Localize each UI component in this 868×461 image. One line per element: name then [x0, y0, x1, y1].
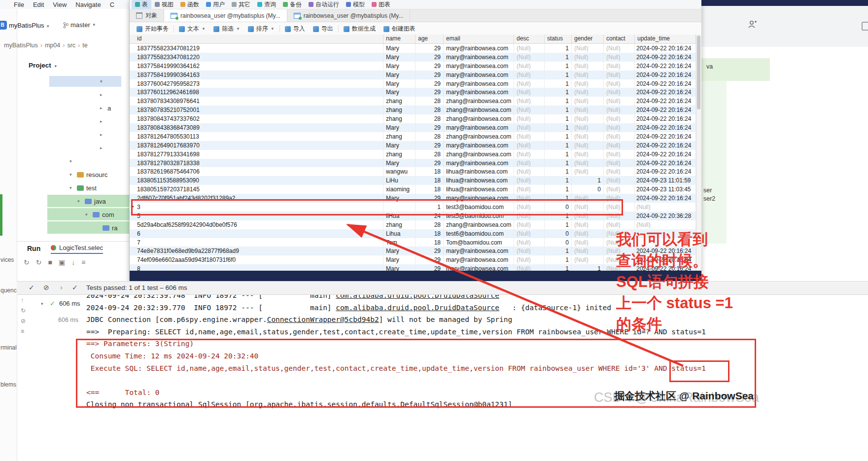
- table-cell[interactable]: 1837812647805530113: [130, 132, 383, 141]
- table-cell[interactable]: mary@rainbowsea.com: [444, 53, 514, 62]
- project-selector[interactable]: myBatisPlus ▼: [9, 22, 50, 29]
- table-cell[interactable]: zhang@rainbowsea.com: [444, 132, 514, 141]
- table-cell[interactable]: (Null): [514, 185, 545, 194]
- table-cell[interactable]: 2024-09-22 20:16:24: [635, 150, 696, 159]
- table-cell[interactable]: (Null): [514, 123, 545, 132]
- table-cell[interactable]: (Null): [572, 167, 604, 176]
- db-toolbar-3[interactable]: 排序▼: [244, 25, 278, 33]
- table-cell[interactable]: 28: [416, 114, 444, 123]
- scrollbar-thumb[interactable]: [697, 35, 700, 109]
- table-cell[interactable]: 1: [545, 53, 572, 62]
- table-cell[interactable]: (Null): [514, 62, 545, 71]
- rerun-icon[interactable]: ↻: [24, 258, 30, 266]
- table-row[interactable]: 1837755823347081219Mary29mary@rainbowsea…: [130, 44, 696, 53]
- table-row[interactable]: 7Tom18Tom@baomidou.com(Null)0(Null)(Null…: [130, 238, 696, 247]
- camera-icon[interactable]: ▣: [59, 258, 65, 266]
- table-cell[interactable]: (Null): [514, 88, 545, 97]
- table-row[interactable]: 1837758419990364163Mary29mary@rainbowsea…: [130, 71, 696, 79]
- chevron-down-icon[interactable]: ▾: [85, 212, 90, 217]
- db-menu-5[interactable]: 查询: [254, 0, 279, 9]
- table-cell[interactable]: 18: [416, 167, 444, 176]
- table-cell[interactable]: (Null): [572, 132, 604, 141]
- table-cell[interactable]: (Null): [572, 97, 604, 106]
- column-header-desc[interactable]: desc: [514, 35, 545, 43]
- tree-item-5[interactable]: ▸: [100, 142, 105, 153]
- menu-file[interactable]: File: [14, 1, 24, 8]
- table-cell[interactable]: (Null): [572, 123, 604, 132]
- show-ignored-icon[interactable]: ⊘: [43, 284, 49, 291]
- column-header-id[interactable]: id: [130, 35, 383, 43]
- table-cell[interactable]: 29: [416, 79, 444, 88]
- table-cell[interactable]: zhang@rainbowsea.com: [444, 150, 514, 159]
- table-cell[interactable]: (Null): [514, 159, 545, 168]
- table-cell[interactable]: (Null): [514, 132, 545, 141]
- table-cell[interactable]: (Null): [604, 159, 635, 168]
- table-cell[interactable]: 1837758419990364163: [130, 71, 383, 79]
- table-cell[interactable]: 2024-09-22 20:16:24: [635, 167, 696, 176]
- table-cell[interactable]: 2024-09-22 20:16:24: [635, 44, 696, 53]
- table-cell[interactable]: (Null): [604, 53, 635, 62]
- tree-item-com[interactable]: ▾com: [85, 209, 114, 220]
- db-toolbar-0[interactable]: 开始事务: [133, 25, 173, 33]
- table-cell[interactable]: 1837812649017683970: [130, 141, 383, 150]
- table-cell[interactable]: 2024-09-22 20:36:28: [635, 212, 696, 220]
- table-cell[interactable]: (Null): [514, 53, 545, 62]
- table-cell[interactable]: 2024-09-22 20:16:24: [635, 88, 696, 97]
- db-toolbar-4[interactable]: 导入: [281, 25, 309, 33]
- table-cell[interactable]: 2024-09-22 20:16:24: [635, 141, 696, 150]
- table-cell[interactable]: 28: [416, 150, 444, 159]
- table-cell[interactable]: 2024-09-22 20:16:24: [635, 194, 696, 203]
- table-cell[interactable]: Mary: [383, 88, 416, 97]
- table-cell[interactable]: test6@baomidou.com: [444, 229, 514, 238]
- table-cell[interactable]: 0: [545, 229, 572, 238]
- table-cell[interactable]: Mary: [383, 79, 416, 88]
- table-cell[interactable]: Mary: [383, 247, 416, 255]
- table-cell[interactable]: 1: [545, 114, 572, 123]
- rerun-failed-icon[interactable]: ↻: [36, 258, 42, 266]
- table-cell[interactable]: 29: [416, 53, 444, 62]
- table-cell[interactable]: Mary: [383, 123, 416, 132]
- chevron-down-icon[interactable]: ▾: [69, 159, 74, 164]
- table-cell[interactable]: 2024-09-22 20:16:24: [635, 71, 696, 79]
- table-row[interactable]: 1837755823347081220Mary29mary@rainbowsea…: [130, 53, 696, 62]
- table-cell[interactable]: 29: [416, 247, 444, 255]
- chevron-down-icon[interactable]: ▾: [69, 172, 74, 177]
- table-cell[interactable]: 1: [545, 44, 572, 53]
- column-header-name[interactable]: name: [383, 35, 416, 43]
- table-cell[interactable]: 1837760042795958273: [130, 79, 383, 88]
- table-cell[interactable]: lihua@rainbowsea.com: [444, 185, 514, 194]
- table-cell[interactable]: 2024-09-23 11:03:45: [635, 185, 696, 194]
- table-row[interactable]: 1837812780328718338Mary29mary@rainbowsea…: [130, 159, 696, 168]
- table-cell[interactable]: mary@rainbowsea.com: [444, 71, 514, 79]
- table-cell[interactable]: 1: [545, 159, 572, 168]
- table-cell[interactable]: zhang: [383, 97, 416, 106]
- table-cell[interactable]: 1837808438368473089: [130, 123, 383, 132]
- table-cell[interactable]: (Null): [604, 167, 635, 176]
- table-cell[interactable]: zhang: [383, 132, 416, 141]
- db-menu-3[interactable]: 用户: [203, 0, 228, 9]
- table-cell[interactable]: 29: [416, 159, 444, 168]
- ignore-icon[interactable]: ⊘: [21, 318, 26, 324]
- chevron-right-icon[interactable]: ▸: [100, 92, 105, 97]
- table-cell[interactable]: (Null): [604, 71, 635, 79]
- table-cell[interactable]: mary@rainbowsea.com: [444, 62, 514, 71]
- table-cell[interactable]: 0: [545, 238, 572, 247]
- table-cell[interactable]: zhang: [383, 150, 416, 159]
- table-cell[interactable]: 1: [545, 150, 572, 159]
- table-cell[interactable]: 1: [545, 62, 572, 71]
- db-toolbar-2[interactable]: 筛选▼: [209, 25, 244, 33]
- table-cell[interactable]: (Null): [514, 141, 545, 150]
- breadcrumb-test[interactable]: te: [82, 42, 87, 49]
- db-menu-7[interactable]: 自动运行: [305, 0, 343, 9]
- table-cell[interactable]: (Null): [572, 79, 604, 88]
- table-cell[interactable]: 1837812780328718338: [130, 159, 383, 168]
- table-cell[interactable]: Tom: [383, 238, 416, 247]
- table-cell[interactable]: 29: [416, 62, 444, 71]
- column-header-contact[interactable]: contact: [604, 35, 635, 43]
- db-menu-1[interactable]: 视图: [151, 0, 177, 9]
- table-cell[interactable]: mary@rainbowsea.com: [444, 159, 514, 168]
- table-cell[interactable]: LiHu: [383, 176, 416, 185]
- table-cell[interactable]: 2024-09-22 20:16:24: [635, 159, 696, 168]
- show-passed-icon[interactable]: ✓: [29, 284, 35, 291]
- table-row[interactable]: 1837812647805530113zhang28zhang@rainbows…: [130, 132, 696, 141]
